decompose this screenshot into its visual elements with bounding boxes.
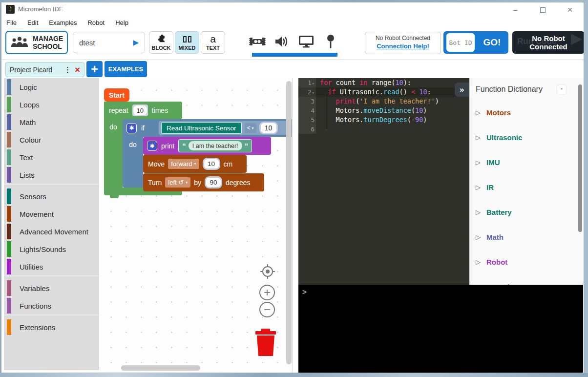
zoom-reset-button[interactable] [259, 263, 276, 280]
speaker-icon[interactable] [273, 33, 291, 50]
dictionary-item-motors[interactable]: ▷Motors [470, 100, 584, 125]
maximize-button[interactable] [529, 2, 556, 17]
sidebar-item-colour[interactable]: Colour [4, 131, 99, 148]
light-icon[interactable] [322, 33, 339, 50]
go-button[interactable]: GO! [479, 37, 505, 48]
tab-close-icon[interactable]: × [75, 66, 80, 73]
repeat-count-field[interactable]: 10 [133, 105, 147, 115]
mode-mixed-button[interactable]: MIXED [175, 31, 199, 54]
sidebar-item-advanced-movement[interactable]: Advanced Movement [4, 223, 99, 240]
code-editor[interactable]: 1▾for count in range(10):2▾ if Ultrasoni… [298, 78, 469, 285]
operator-dropdown[interactable]: < ▾ [245, 123, 256, 133]
sidebar-item-logic[interactable]: Logic [4, 78, 99, 96]
editor-line-1[interactable]: 1▾for count in range(10): [298, 78, 469, 87]
sidebar-item-text[interactable]: Text [4, 148, 99, 166]
fold-caret-icon[interactable]: ▾ [312, 81, 315, 86]
turn-block[interactable]: Turn left ↺ ▾ by 90 degrees [143, 173, 264, 191]
dictionary-item-imu[interactable]: ▷IMU [470, 150, 584, 175]
turn-degrees-field[interactable]: 90 [205, 176, 222, 188]
move-block[interactable]: Move forward ▾ 10 cm [143, 155, 247, 173]
string-block[interactable]: “ I am the teacher! ” [178, 139, 252, 152]
repeat-do-spine[interactable]: do [104, 119, 123, 188]
tab-menu-icon[interactable]: ⋮ [64, 65, 71, 74]
print-block[interactable]: ✱ print “ I am the teacher! ” [143, 137, 271, 155]
connection-help-link[interactable]: Connection Help! [377, 42, 429, 50]
bot-id-input[interactable] [446, 33, 475, 52]
expand-arrow-icon[interactable]: ▷ [476, 209, 481, 216]
editor-line-6[interactable]: 6 [298, 125, 469, 134]
workspace-horizontal-scrollbar[interactable] [121, 365, 200, 371]
zoom-out-button[interactable]: − [259, 302, 275, 317]
dictionary-item-ultrasonic[interactable]: ▷Ultrasonic [470, 125, 584, 150]
block-workspace[interactable]: Start repeat 10 times do ✱ if Read Ultra… [99, 78, 293, 373]
menu-file[interactable]: File [6, 17, 22, 28]
trash-icon[interactable] [254, 329, 277, 356]
screen-icon[interactable] [297, 33, 315, 50]
compare-value-field[interactable]: 10 [259, 122, 278, 134]
menu-help[interactable]: Help [115, 17, 134, 28]
sidebar-item-loops[interactable]: Loops [4, 96, 99, 113]
device-tab-indicator [252, 53, 337, 57]
editor-line-4[interactable]: 4 Motors.moveDistance(10) [298, 106, 469, 115]
gear-icon[interactable]: ✱ [147, 141, 157, 151]
project-tab[interactable]: Project Picard ⋮ × [5, 62, 84, 77]
expand-arrow-icon[interactable]: ▷ [476, 109, 481, 116]
sidebar-item-math[interactable]: Math [4, 113, 99, 131]
ultrasonic-sensor-block[interactable]: Read Ultrasonic Sensor [161, 122, 242, 134]
expand-arrow-icon[interactable]: ▷ [476, 159, 481, 166]
gear-icon[interactable]: ✱ [126, 123, 137, 133]
expand-arrow-icon[interactable]: ▷ [476, 184, 481, 191]
examples-button[interactable]: EXAMPLES [105, 61, 147, 77]
expand-arrow-icon[interactable]: ▷ [476, 258, 481, 266]
run-code-button[interactable]: Run Code ▶ No Robot Connected [512, 31, 584, 54]
if-do-spine[interactable]: do [123, 137, 143, 181]
dictionary-item-battery[interactable]: ▷Battery [470, 200, 584, 225]
expand-arrow-icon[interactable]: ▷ [476, 134, 481, 141]
menu-robot[interactable]: Robot [87, 17, 110, 28]
fold-caret-icon[interactable]: ▾ [312, 90, 315, 95]
code-text: for count in range(10): [316, 78, 411, 87]
dictionary-item-math[interactable]: ▷Math [470, 225, 584, 250]
open-project-icon[interactable]: ▶ [133, 38, 139, 47]
editor-line-2[interactable]: 2▾ if Ultrasonic.read() < 10: [298, 87, 469, 97]
editor-line-5[interactable]: 5 Motors.turnDegrees(-90) [298, 115, 469, 125]
motor-icon[interactable] [249, 33, 266, 50]
sidebar-item-variables[interactable]: Variables [4, 279, 99, 297]
editor-line-3[interactable]: 3 print('I am the teacher!') [298, 97, 469, 106]
menu-examples[interactable]: Examples [49, 17, 82, 28]
dictionary-item-robot[interactable]: ▷Robot [470, 250, 584, 274]
repeat-do-label: do [109, 123, 117, 131]
dictionary-item-ir[interactable]: ▷IR [470, 175, 584, 200]
workspace-vertical-scrollbar[interactable] [286, 81, 292, 364]
add-tab-button[interactable]: + [86, 61, 103, 77]
sidebar-item-utilities[interactable]: Utilities [4, 258, 99, 275]
menu-edit[interactable]: Edit [27, 17, 43, 28]
close-button[interactable]: × [556, 2, 584, 17]
direction-dropdown[interactable]: forward ▾ [168, 159, 199, 169]
turn-direction-dropdown[interactable]: left ↺ ▾ [165, 177, 190, 188]
repeat-block[interactable]: repeat 10 times [104, 102, 182, 119]
if-block[interactable]: ✱ if Read Ultrasonic Sensor < ▾ 10 [123, 119, 293, 137]
mode-text-button[interactable]: a TEXT [201, 31, 225, 54]
move-unit-label: cm [224, 160, 233, 168]
move-distance-field[interactable]: 10 [203, 158, 220, 170]
sidebar-item-extensions[interactable]: Extensions [4, 318, 99, 336]
dictionary-minimize-button[interactable]: - [557, 85, 566, 94]
manage-school-button[interactable]: MANAGE SCHOOL [5, 31, 68, 54]
expand-arrow-icon[interactable]: ▷ [476, 233, 481, 241]
compare-block[interactable]: Read Ultrasonic Sensor < ▾ 10 [159, 121, 292, 135]
minimize-button[interactable]: – [502, 2, 529, 17]
dictionary-scrollbar[interactable] [578, 84, 582, 232]
sidebar-item-functions[interactable]: Functions [4, 297, 99, 314]
sidebar-item-lists[interactable]: Lists [4, 166, 99, 184]
sidebar-item-lights-sounds[interactable]: Lights/Sounds [4, 240, 99, 258]
string-field[interactable]: I am the teacher! [189, 141, 242, 150]
editor-expand-button[interactable]: » [455, 83, 469, 97]
sidebar-item-sensors[interactable]: Sensors [4, 188, 99, 205]
console-panel[interactable]: > [298, 285, 583, 373]
start-block[interactable]: Start [104, 88, 129, 102]
project-selector[interactable]: dtest ▶ [73, 32, 145, 53]
sidebar-item-movement[interactable]: Movement [4, 205, 99, 223]
zoom-in-button[interactable]: + [259, 285, 275, 300]
mode-block-button[interactable]: BLOCK [149, 31, 173, 54]
